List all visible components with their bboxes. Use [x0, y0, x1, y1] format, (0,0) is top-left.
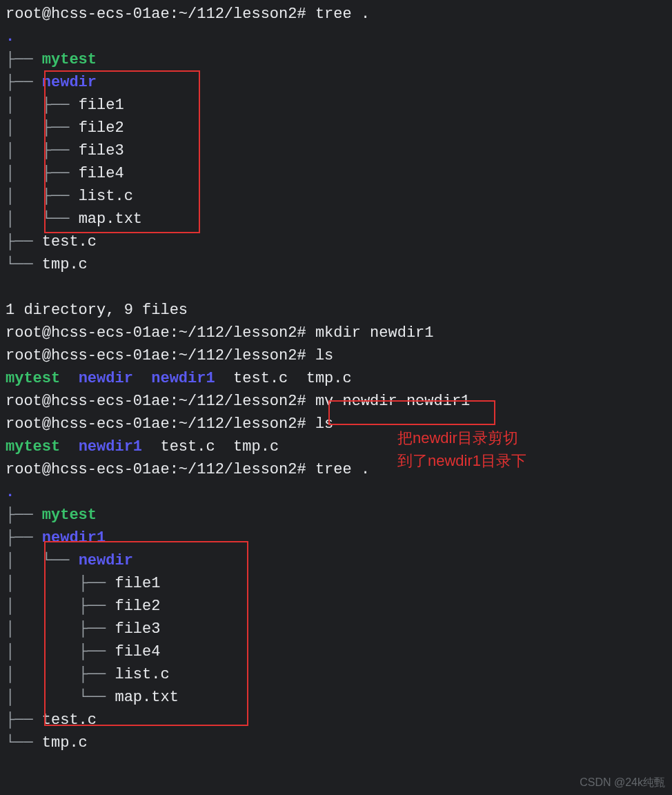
file-entry: file1	[115, 575, 160, 592]
tree-summary: 1 directory, 9 files	[6, 302, 188, 319]
file-entry: list.c	[79, 188, 133, 205]
file-entry: map.txt	[79, 210, 142, 228]
file-entry: file4	[115, 643, 160, 660]
annotation-text: 把newdir目录剪切 到了newdir1目录下	[397, 426, 526, 472]
file-entry: map.txt	[115, 689, 178, 706]
file-entry: file2	[79, 119, 124, 137]
tree-root-dot: .	[6, 484, 14, 501]
terminal-output: root@hcss-ecs-01ae:~/112/lesson2# tree .…	[0, 0, 672, 760]
file-entry: test.c	[42, 711, 97, 729]
dir-newdir1: newdir1	[42, 529, 106, 547]
dir-newdir: newdir	[42, 74, 97, 91]
file-entry: tmp.c	[42, 734, 88, 752]
dir-mytest: mytest	[42, 507, 97, 524]
tree-root-dot: .	[6, 28, 14, 46]
file-entry: list.c	[115, 666, 169, 683]
file-entry: test.c	[42, 233, 97, 251]
command-mv: mv newdir newdir1	[315, 393, 470, 410]
file-entry: file2	[115, 598, 160, 615]
dir-mytest: mytest	[42, 51, 97, 68]
watermark: CSDN @24k纯甄	[580, 774, 665, 791]
file-entry: file3	[115, 620, 160, 638]
dir-newdir: newdir	[79, 552, 133, 569]
file-entry: file1	[79, 97, 124, 114]
file-entry: tmp.c	[42, 256, 88, 273]
file-entry: file4	[79, 165, 124, 182]
file-entry: file3	[79, 142, 124, 159]
